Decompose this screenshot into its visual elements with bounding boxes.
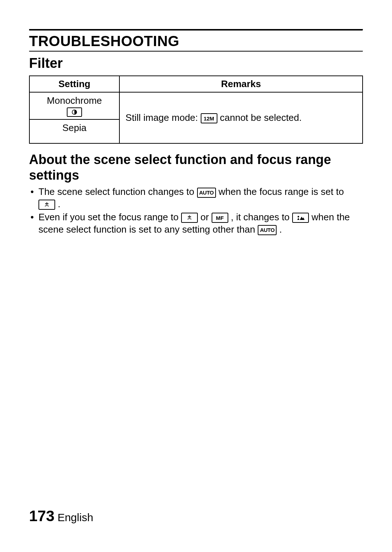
remarks-text-prefix: Still image mode:	[126, 112, 201, 123]
svg-point-6	[188, 216, 189, 217]
flower-macro-icon	[38, 200, 55, 210]
svg-point-8	[189, 216, 190, 217]
bullet2-p5: .	[279, 224, 282, 235]
sepia-label: Sepia	[62, 122, 87, 134]
cell-remarks: Still image mode: 12M cannot be selected…	[119, 92, 363, 143]
auto-icon: AUTO	[197, 188, 216, 198]
section-title: TROUBLESHOOTING	[29, 33, 363, 49]
flower-glyph	[44, 202, 50, 207]
svg-point-9	[298, 216, 299, 217]
auto-icon: AUTO	[258, 225, 277, 235]
table-header-row: Setting Remarks	[29, 76, 363, 92]
monochrome-icon	[67, 107, 82, 117]
svg-point-3	[48, 203, 49, 204]
flower-glyph	[186, 215, 193, 220]
table-row: Monochrome Still image mode: 12M cannot …	[29, 92, 363, 119]
bullet2-p2: or	[200, 212, 211, 222]
table-header-remarks: Remarks	[119, 76, 363, 92]
bullet1-p1: The scene select function changes to	[38, 186, 197, 197]
page-root: TROUBLESHOOTING Filter Setting Remarks M…	[0, 0, 392, 552]
page-number: 173	[29, 507, 54, 524]
svg-point-5	[189, 217, 190, 218]
svg-point-1	[46, 204, 48, 205]
about-heading: About the scene select function and focu…	[29, 152, 363, 183]
svg-point-4	[46, 203, 48, 204]
page-language: English	[57, 511, 93, 523]
bullet2-p3: , it changes to	[231, 212, 292, 222]
page-footer: 173 English	[29, 507, 93, 525]
rule-top	[29, 29, 363, 31]
monochrome-label: Monochrome	[47, 95, 102, 107]
svg-point-7	[190, 216, 191, 217]
twelve-m-icon: 12M	[201, 113, 217, 123]
mf-icon: MF	[212, 213, 228, 223]
half-moon-glyph	[72, 109, 77, 115]
flower-macro-icon	[181, 213, 198, 223]
person-mountain-icon	[292, 213, 309, 223]
rule-under-title	[29, 51, 363, 52]
filter-table: Setting Remarks Monochrome Still image m…	[29, 75, 363, 144]
person-mountain-glyph	[297, 215, 305, 220]
cell-sepia: Sepia	[29, 119, 119, 144]
bullet2-p1: Even if you set the focus range to	[38, 212, 181, 222]
subsection-filter: Filter	[29, 56, 363, 71]
table-header-setting: Setting	[29, 76, 119, 92]
about-bullets: The scene select function changes to AUT…	[29, 186, 363, 236]
bullet1-p3: .	[58, 199, 60, 209]
svg-point-2	[45, 203, 46, 204]
bullet-item: The scene select function changes to AUT…	[38, 186, 363, 210]
cell-monochrome: Monochrome	[29, 92, 119, 119]
bullet-item: Even if you set the focus range to or MF…	[38, 211, 363, 236]
bullet1-p2: when the focus range is set to	[219, 186, 344, 197]
remarks-text-suffix: cannot be selected.	[220, 112, 302, 123]
